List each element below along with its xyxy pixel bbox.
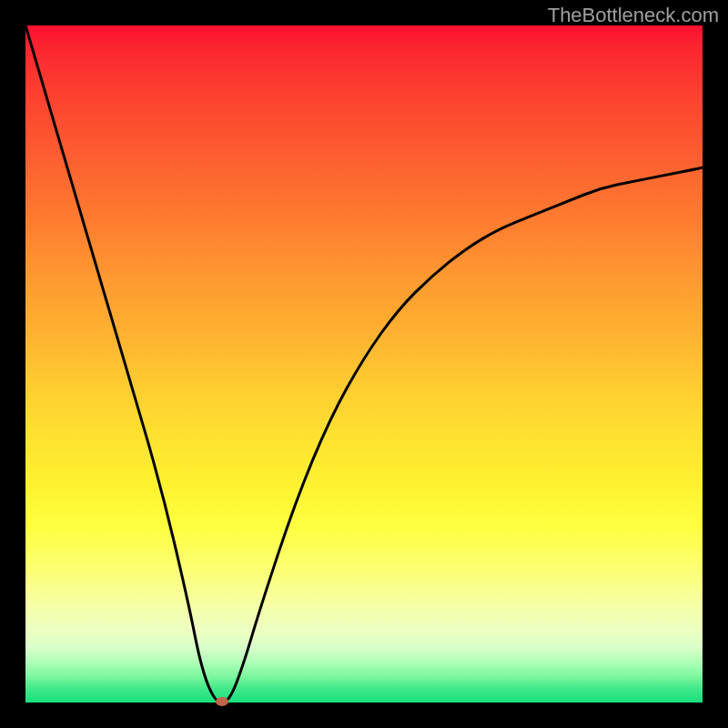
optimal-point-marker — [216, 697, 228, 706]
plot-area — [25, 25, 703, 703]
bottleneck-curve — [25, 25, 703, 703]
watermark-text: TheBottleneck.com — [548, 4, 719, 27]
chart-frame: TheBottleneck.com — [0, 0, 728, 728]
